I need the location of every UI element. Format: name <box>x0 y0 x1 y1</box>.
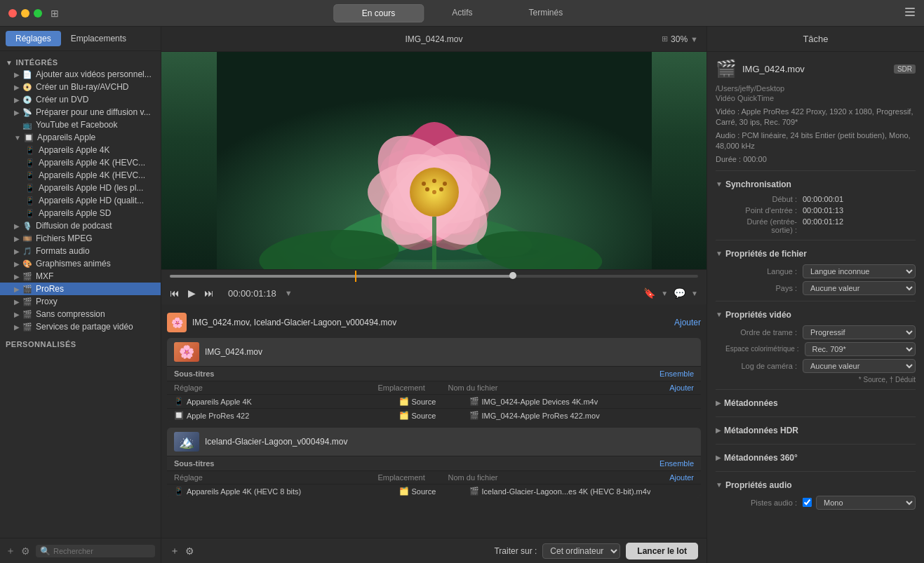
bookmark-menu[interactable]: ▼ <box>661 290 668 297</box>
sidebar-item-proxy[interactable]: ▶ 🎬 Proxy <box>0 295 161 308</box>
sidebar-item-bluray[interactable]: ▶ 📀 Créer un Blu-ray/AVCHD <box>0 81 161 93</box>
tab-actifs[interactable]: Actifs <box>424 4 500 22</box>
ordinateur-select[interactable]: Cet ordinateur <box>542 543 620 559</box>
sidebar-item-ajouter[interactable]: ▶ 📄 Ajouter aux vidéos personnel... <box>0 68 161 81</box>
sidebar-item-mpeg[interactable]: ▶ 🎞️ Fichiers MPEG <box>0 232 161 245</box>
job-card-1-name: IMG_0424.mov <box>205 347 694 357</box>
sidebar-item-diffusion[interactable]: ▶ 📡 Préparer pour une diffusion v... <box>0 106 161 118</box>
lotus-svg <box>217 52 652 269</box>
sidebar-item-apple-sd[interactable]: 📱 Appareils Apple SD <box>0 207 161 219</box>
pays-select[interactable]: Aucune valeur <box>803 281 916 295</box>
ensemble-1-button[interactable]: Ensemble <box>659 369 694 378</box>
sidebar-tab-reglages[interactable]: Réglages <box>6 31 61 46</box>
youtube-icon: 📺 <box>22 121 32 130</box>
ajouter-2-button[interactable]: Ajouter <box>652 473 694 482</box>
job-title: IMG_0424.mov, Iceland-Glacier-Lagoon_v00… <box>192 318 396 327</box>
prop-video-section[interactable]: ▼ Propriétés vidéo <box>716 307 916 323</box>
sidebar-item-apple-hd2[interactable]: 📱 Appareils Apple HD (qualit... <box>0 194 161 207</box>
close-button[interactable] <box>8 9 17 18</box>
prop-audio-section[interactable]: ▼ Propriétés audio <box>716 477 916 493</box>
job-thumb-1: 🌸 <box>174 342 199 362</box>
zoom-control[interactable]: ⊞ 30% ▼ <box>662 34 698 44</box>
play-button[interactable]: ▶ <box>188 287 196 299</box>
bookmark-button[interactable]: 🔖 <box>643 287 655 299</box>
device-icon: 📱 <box>25 158 35 168</box>
timecode-menu[interactable]: ▼ <box>285 289 293 297</box>
synchro-section[interactable]: ▼ Synchronisation <box>716 177 916 192</box>
minimize-button[interactable] <box>21 9 29 18</box>
espace-select[interactable]: Rec. 709* <box>805 342 916 356</box>
pistes-checkbox[interactable] <box>803 498 812 507</box>
ajouter-1-button[interactable]: Ajouter <box>652 384 694 392</box>
meta-360-section[interactable]: ▶ Métadonnées 360° <box>716 450 916 466</box>
go-to-start-button[interactable]: ⏮ <box>170 287 180 299</box>
zoom-chevron: ▼ <box>690 35 698 43</box>
sidebar-item-apple-4k-hevc2[interactable]: 📱 Appareils Apple 4K (HEVC... <box>0 169 161 182</box>
maximize-button[interactable] <box>34 9 42 18</box>
job-card-2-header: 🏔️ Iceland-Glacier-Lagoon_v000494.mov <box>167 428 701 456</box>
sidebar-item-prores[interactable]: ▶ 🎬 ProRes <box>0 283 161 295</box>
synchro-content: Début : 00:00:00:01 Point d'entrée : 00:… <box>716 195 916 234</box>
prop-audio-arrow: ▼ <box>716 481 723 489</box>
file-type-label: Vidéo QuickTime <box>716 94 916 102</box>
file-name: IMG_0424.mov <box>742 64 805 74</box>
settings-preset-button[interactable]: ⚙ <box>21 545 30 557</box>
sidebar-item-apple-hd1[interactable]: 📱 Appareils Apple HD (les pl... <box>0 182 161 194</box>
device-icon: 📱 <box>25 171 35 180</box>
prop-fichier-arrow: ▼ <box>716 250 723 257</box>
scrubber[interactable] <box>161 270 707 283</box>
search-input[interactable] <box>53 547 151 555</box>
ordre-select[interactable]: Progressif <box>803 325 916 339</box>
sidebar-item-partage[interactable]: ▶ 🎬 Services de partage vidéo <box>0 320 161 333</box>
prop-video-arrow: ▼ <box>716 311 723 318</box>
prop-fichier-section[interactable]: ▼ Propriétés de fichier <box>716 246 916 262</box>
tab-termines[interactable]: Terminés <box>501 4 591 22</box>
debut-row: Début : 00:00:00:01 <box>725 195 916 203</box>
sidebar-item-graphismes[interactable]: ▶ 🎨 Graphismes animés <box>0 257 161 270</box>
meta-section[interactable]: ▶ Métadonnées <box>716 395 916 411</box>
add-job-button[interactable]: Ajouter <box>674 318 701 327</box>
tab-en-cours[interactable]: En cours <box>333 4 424 22</box>
sidebar-item-apple-4k[interactable]: 📱 Appareils Apple 4K <box>0 144 161 156</box>
sidebar-item-sans-compression[interactable]: ▶ 🎬 Sans compression <box>0 308 161 320</box>
go-to-end-button[interactable]: ⏭ <box>204 287 214 299</box>
settings-job-button[interactable]: ⚙ <box>185 545 194 557</box>
file-icon: 🎬 <box>469 397 479 406</box>
file-icon: 🎬 <box>469 487 479 496</box>
divider-4 <box>716 389 916 390</box>
right-panel-title: Tâche <box>803 34 828 44</box>
speech-menu[interactable]: ▼ <box>691 290 698 297</box>
langue-select[interactable]: Langue inconnue <box>803 264 916 278</box>
log-select[interactable]: Aucune valeur <box>803 359 916 373</box>
row-1-reglage: 📱Appareils Apple 4K <box>174 397 399 406</box>
sidebar-item-appareils-apple[interactable]: ▼ 🔲 Appareils Apple <box>0 131 161 144</box>
job-card-1: 🌸 IMG_0424.mov Sous-titres Ensemble Régl… <box>167 338 701 422</box>
pistes-select[interactable]: Mono <box>816 496 916 510</box>
sidebar-item-audio[interactable]: ▶ 🎵 Formats audio <box>0 245 161 257</box>
sidebar-item-youtube[interactable]: ▶ 📺 YouTube et Facebook <box>0 118 161 131</box>
row-3-reglage: 📱Appareils Apple 4K (HEVC 8 bits) <box>174 487 399 496</box>
search-bar[interactable]: 🔍 <box>36 545 155 557</box>
lancer-button[interactable]: Lancer le lot <box>626 543 698 559</box>
meta-hdr-section[interactable]: ▶ Métadonnées HDR <box>716 423 916 438</box>
speech-bubble-button[interactable]: 💬 <box>674 287 685 299</box>
ensemble-2-button[interactable]: Ensemble <box>659 459 694 468</box>
divider-5 <box>716 416 916 417</box>
scrubber-track[interactable] <box>170 275 698 278</box>
sidebar-item-dvd[interactable]: ▶ 💿 Créer un DVD <box>0 93 161 106</box>
sidebar-item-mxf[interactable]: ▶ 🎬 MXF <box>0 270 161 283</box>
settings-icon[interactable] <box>904 6 916 20</box>
layout-toggle: ⊞ <box>662 34 668 43</box>
add-preset-button[interactable]: ＋ <box>6 545 15 557</box>
add-job-bottom-button[interactable]: ＋ <box>170 545 180 557</box>
sidebar-item-apple-4k-hevc1[interactable]: 📱 Appareils Apple 4K (HEVC... <box>0 156 161 169</box>
sidebar-tab-emplacements[interactable]: Emplacements <box>61 31 136 46</box>
duration-detail: Durée : 000:00 <box>716 154 916 165</box>
scrubber-handle[interactable] <box>509 272 516 279</box>
traiter-label: Traiter sur : <box>494 546 537 556</box>
sidebar-item-podcast[interactable]: ▶ 🎙️ Diffusion de podcast <box>0 219 161 232</box>
file-path: /Users/jeffy/Desktop <box>716 84 916 93</box>
timecode-display: 00:00:01:18 <box>228 288 276 299</box>
thumb-flower-icon: 🌸 <box>179 344 194 360</box>
proxy-icon: 🎬 <box>22 297 32 306</box>
